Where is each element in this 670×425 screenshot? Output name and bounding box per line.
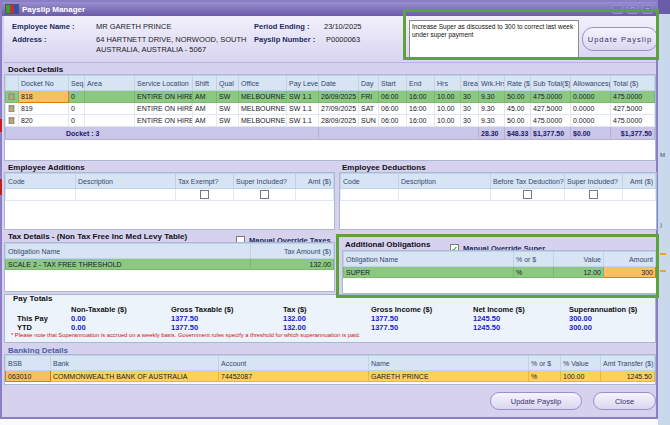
docket-no-cell[interactable]: 818 — [19, 91, 69, 103]
cell[interactable]: 50.00 — [505, 91, 531, 103]
cell[interactable]: 0.0000 — [571, 103, 611, 115]
cell[interactable]: SW — [217, 91, 239, 103]
cell[interactable]: AM — [193, 91, 217, 103]
cell[interactable]: ENTIRE ON HIRE... — [135, 115, 193, 127]
cell[interactable]: 30 — [461, 103, 479, 115]
minimize-icon[interactable]: – — [612, 5, 623, 14]
deduction-row-empty[interactable] — [341, 189, 656, 201]
cell[interactable] — [85, 91, 135, 103]
cell[interactable]: 9.30 — [479, 115, 505, 127]
cell[interactable]: AM — [193, 103, 217, 115]
cell[interactable]: 10.00 — [435, 91, 461, 103]
cell[interactable]: AM — [193, 115, 217, 127]
cell[interactable]: SW — [217, 103, 239, 115]
cell[interactable]: 26/09/2025 — [319, 91, 359, 103]
cell[interactable]: SW 1.1 — [287, 91, 319, 103]
tax-exempt-checkbox[interactable] — [200, 190, 209, 199]
cell[interactable]: 06:00 — [379, 115, 407, 127]
cell[interactable]: ENTIRE ON HIRE... — [135, 103, 193, 115]
cell[interactable]: 27/09/2025 — [319, 103, 359, 115]
cell[interactable]: ENTIRE ON HIRE... — [135, 91, 193, 103]
cell[interactable]: 30 — [461, 91, 479, 103]
cell[interactable]: 16:00 — [407, 91, 435, 103]
cell[interactable] — [6, 189, 76, 201]
cell[interactable]: MELBOURNE — [239, 91, 287, 103]
tax-amount-cell[interactable]: 132.00 — [251, 259, 334, 270]
cell[interactable]: 0 — [69, 103, 85, 115]
obligation-row[interactable]: SUPER % 12.00 300 — [344, 267, 656, 278]
cell[interactable]: SW 1.1 — [287, 115, 319, 127]
cell[interactable]: 9.30 — [479, 91, 505, 103]
cell[interactable] — [623, 189, 656, 201]
cell[interactable] — [85, 103, 135, 115]
docket-no-cell[interactable]: 820 — [19, 115, 69, 127]
cell[interactable]: 9.30 — [479, 103, 505, 115]
cell[interactable] — [341, 189, 399, 201]
cell[interactable]: 475.0000 — [531, 91, 571, 103]
cell[interactable]: 475.0000 — [611, 115, 655, 127]
cell[interactable]: SAT — [359, 103, 379, 115]
account-cell[interactable]: 74452087 — [219, 371, 369, 382]
pct-or-dollar-cell[interactable]: % — [529, 371, 561, 382]
close-icon[interactable]: × — [642, 5, 653, 14]
cell[interactable]: 0 — [69, 91, 85, 103]
cell[interactable]: 427.5000 — [531, 103, 571, 115]
addition-row-empty[interactable] — [6, 189, 334, 201]
payslip-comment-input[interactable]: Increase Super as discussed to 300 to co… — [409, 20, 579, 60]
cell[interactable]: 0.0000 — [571, 91, 611, 103]
delete-docket-icon[interactable] — [6, 91, 19, 103]
cell[interactable]: 427.5000 — [611, 103, 655, 115]
amount-cell[interactable]: 300 — [604, 267, 656, 278]
maximize-icon[interactable]: □ — [627, 5, 638, 14]
close-button[interactable]: Close — [593, 392, 656, 410]
cell[interactable]: 50.00 — [505, 115, 531, 127]
update-payslip-top-button[interactable]: Update Payslip — [582, 27, 658, 51]
bank-cell[interactable]: COMMONWEALTH BANK OF AUSTRALIA — [51, 371, 219, 382]
cell[interactable]: 16:00 — [407, 115, 435, 127]
cell[interactable]: 10.00 — [435, 103, 461, 115]
amt-transfer-cell[interactable]: 1245.50 — [601, 371, 655, 382]
cell[interactable]: 06:00 — [379, 91, 407, 103]
obligation-name-cell[interactable]: SCALE 2 - TAX FREE THRESHOLD — [6, 259, 251, 270]
cell[interactable]: 10.00 — [435, 115, 461, 127]
docket-row[interactable]: 819 0 ENTIRE ON HIRE... AM SW MELBOURNE … — [6, 103, 655, 115]
cell[interactable]: 28/09/2025 — [319, 115, 359, 127]
cell[interactable] — [296, 189, 334, 201]
docket-row[interactable]: 818 0 ENTIRE ON HIRE... AM SW MELBOURNE … — [6, 91, 655, 103]
cell[interactable]: 0.0000 — [571, 115, 611, 127]
name-cell[interactable]: GARETH PRINCE — [369, 371, 529, 382]
cell[interactable] — [399, 189, 491, 201]
cell[interactable] — [76, 189, 176, 201]
docket-no-cell[interactable]: 819 — [19, 103, 69, 115]
banking-row[interactable]: 063010 COMMONWEALTH BANK OF AUSTRALIA 74… — [6, 371, 655, 382]
cell[interactable]: 475.0000 — [611, 91, 655, 103]
update-payslip-button[interactable]: Update Payslip — [490, 392, 582, 410]
cell[interactable]: 45.00 — [505, 103, 531, 115]
value-cell[interactable]: 12.00 — [554, 267, 604, 278]
cell[interactable]: MELBOURNE — [239, 115, 287, 127]
delete-docket-icon[interactable] — [6, 103, 19, 115]
cell[interactable]: 475.0000 — [531, 115, 571, 127]
tax-obligation-row[interactable]: SCALE 2 - TAX FREE THRESHOLD 132.00 — [6, 259, 334, 270]
cell[interactable]: SW — [217, 115, 239, 127]
cell[interactable]: 16:00 — [407, 103, 435, 115]
cell[interactable]: SUN — [359, 115, 379, 127]
pct-value-cell[interactable]: 100.00 — [561, 371, 601, 382]
titlebar[interactable]: Payslip Manager – □ × — [2, 2, 656, 16]
cell[interactable]: 30 — [461, 115, 479, 127]
cell[interactable] — [85, 115, 135, 127]
super-included-checkbox[interactable] — [589, 190, 598, 199]
obligation-name-cell[interactable]: SUPER — [344, 267, 514, 278]
super-included-checkbox[interactable] — [260, 190, 269, 199]
pct-or-dollar-cell[interactable]: % — [514, 267, 554, 278]
docket-row[interactable]: 820 0 ENTIRE ON HIRE... AM SW MELBOURNE … — [6, 115, 655, 127]
delete-docket-icon[interactable] — [6, 115, 19, 127]
docket-details-title: Docket Details — [8, 65, 63, 74]
cell[interactable]: FRI — [359, 91, 379, 103]
cell[interactable]: 06:00 — [379, 103, 407, 115]
before-tax-deduction-checkbox[interactable] — [523, 190, 532, 199]
cell[interactable]: 0 — [69, 115, 85, 127]
cell[interactable]: MELBOURNE — [239, 103, 287, 115]
cell[interactable]: SW 1.1 — [287, 103, 319, 115]
bsb-cell[interactable]: 063010 — [6, 371, 51, 382]
